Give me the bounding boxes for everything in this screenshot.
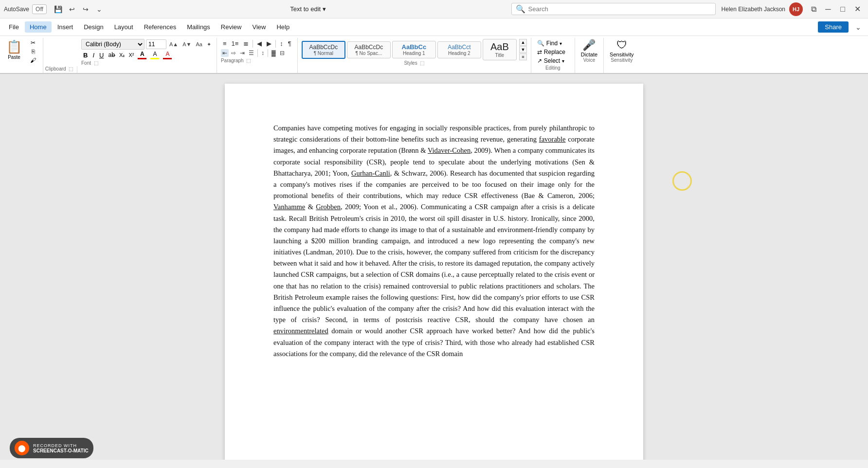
copy-button[interactable]: ⎘ (28, 48, 38, 55)
font-size-input[interactable] (146, 39, 166, 49)
style-normal-preview: AaBbCcDc (307, 44, 341, 51)
sort-button[interactable]: ↕ (278, 39, 285, 48)
dictate-button[interactable]: 🎤 Dictate (581, 39, 597, 57)
search-input[interactable] (528, 5, 711, 13)
window-monitor-button[interactable]: ⧉ (807, 2, 820, 16)
style-no-space[interactable]: AaBbCcDc ¶ No Spac... (347, 41, 391, 58)
styles-down-button[interactable]: ▼ (519, 46, 527, 53)
select-button[interactable]: ↗ Select ▾ (535, 56, 571, 65)
menu-help[interactable]: Help (271, 21, 294, 33)
clipboard-group: 📋 Paste ✂ ⎘ 🖌 (2, 38, 43, 73)
menu-bar: File Home Insert Design Layout Reference… (0, 18, 868, 36)
menu-design[interactable]: Design (79, 21, 108, 33)
window-maximize-button[interactable]: □ (836, 2, 850, 16)
italic-button[interactable]: I (90, 51, 96, 59)
show-formatting-button[interactable]: ¶ (286, 39, 293, 48)
style-normal[interactable]: AaBbCcDc ¶ Normal (302, 41, 345, 59)
line-spacing-button[interactable]: ↕ (260, 49, 266, 57)
bold-button[interactable]: B (81, 51, 90, 59)
find-button[interactable]: 🔍 Find ▾ (535, 39, 571, 48)
find-icon: 🔍 (537, 40, 544, 47)
styles-expand-button[interactable]: ≡ (519, 54, 527, 60)
clipboard-label: Clipboard ⬚ (43, 66, 77, 73)
strikethrough-button[interactable]: ab̶ (107, 51, 117, 59)
numbering-button[interactable]: 1≡ (230, 39, 241, 48)
menu-mailings[interactable]: Mailings (182, 21, 215, 33)
window-minimize-button[interactable]: ─ (821, 2, 835, 16)
paste-icon: 📋 (6, 39, 22, 54)
sensitivity-icon: 🛡 (616, 39, 627, 52)
user-section: Helen Elizabeth Jackson HJ (722, 2, 803, 16)
microphone-icon: 🎤 (582, 39, 596, 52)
document-page[interactable]: Companies have competing motives for eng… (225, 84, 643, 460)
menu-layout[interactable]: Layout (109, 21, 138, 33)
cursor-indicator (672, 171, 692, 191)
underlined-text-favorable: favorable (539, 135, 566, 143)
ribbon-collapse-button[interactable]: ⌄ (852, 21, 864, 33)
superscript-button[interactable]: X² (127, 52, 135, 58)
menu-insert[interactable]: Insert (53, 21, 78, 33)
undo-button[interactable]: ↩ (66, 3, 78, 15)
text-color-button[interactable]: A (162, 51, 173, 59)
increase-indent-button[interactable]: ▶ (265, 39, 273, 48)
editing-label: Editing (535, 65, 571, 72)
document-area[interactable]: Companies have competing motives for eng… (0, 74, 868, 460)
underline-button[interactable]: U (97, 51, 106, 59)
bullets-button[interactable]: ≡ (221, 39, 229, 48)
window-close-button[interactable]: ✕ (850, 2, 864, 16)
menu-references[interactable]: References (139, 21, 181, 33)
styles-group: AaBbCcDc ¶ Normal AaBbCcDc ¶ No Spac... … (298, 38, 531, 73)
font-group: Calibri (Body) A▲ A▼ Aa ✦ B I U ab̶ X₂ X… (77, 38, 217, 73)
paste-label: Paste (8, 54, 20, 60)
styles-row: AaBbCcDc ¶ Normal AaBbCcDc ¶ No Spac... … (302, 39, 527, 60)
subscript-button[interactable]: X₂ (118, 52, 126, 59)
replace-label: Replace (544, 49, 565, 55)
menu-view[interactable]: View (247, 21, 271, 33)
paragraph-label: Paragraph ⬚ (221, 58, 293, 65)
autosave-toggle[interactable]: Off (32, 4, 47, 14)
font-color-button[interactable]: A (136, 51, 148, 59)
share-button[interactable]: Share (818, 21, 849, 33)
style-heading1[interactable]: AaBbCc Heading 1 (392, 41, 436, 58)
dictate-label: Dictate (581, 52, 597, 57)
save-button[interactable]: 💾 (53, 3, 64, 15)
menu-file[interactable]: File (4, 21, 24, 33)
redo-button[interactable]: ↪ (80, 3, 91, 15)
borders-button[interactable]: ⊟ (278, 49, 286, 57)
search-icon: 🔍 (516, 4, 525, 14)
font-case-button[interactable]: Aa (194, 41, 203, 48)
align-center-button[interactable]: ⇨ (230, 49, 237, 57)
editing-group: 🔍 Find ▾ ⇄ Replace ↗ Select ▾ Editing (531, 38, 575, 73)
align-left-button[interactable]: ⇤ (221, 49, 229, 57)
sensitivity-button[interactable]: 🛡 Sensitivity (610, 39, 634, 57)
body-paragraph: Companies have competing motives for eng… (273, 123, 595, 360)
styles-up-button[interactable]: ▲ (519, 39, 527, 46)
customize-button[interactable]: ⌄ (93, 3, 105, 15)
style-heading2[interactable]: AaBbCct Heading 2 (437, 41, 481, 58)
watermark: ⬤ RECORDED WITH SCREENCAST-O-MATIC (10, 438, 93, 458)
font-grow-button[interactable]: A▲ (168, 41, 180, 48)
multilevel-list-button[interactable]: ≣ (241, 39, 251, 48)
style-title[interactable]: AaB Title (483, 39, 517, 60)
format-painter-button[interactable]: 🖌 (28, 56, 38, 64)
shading-button[interactable]: ▓ (270, 49, 277, 57)
menu-home[interactable]: Home (25, 21, 52, 33)
replace-button[interactable]: ⇄ Replace (535, 48, 571, 56)
menu-review[interactable]: Review (216, 21, 247, 33)
ribbon: 📋 Paste ✂ ⎘ 🖌 Clipboard ⬚ Calibri (Body)… (0, 36, 868, 74)
title-dropdown-arrow[interactable]: ▾ (323, 5, 326, 13)
cut-button[interactable]: ✂ (28, 39, 38, 47)
highlight-color-button[interactable]: A (149, 51, 161, 59)
justify-button[interactable]: ☰ (247, 49, 255, 57)
font-family-select[interactable]: Calibri (Body) (81, 39, 145, 50)
font-row2: B I U ab̶ X₂ X² A A A (81, 51, 213, 59)
paste-button[interactable]: 📋 Paste (2, 38, 26, 73)
align-right-button[interactable]: ⇥ (238, 49, 246, 57)
voice-label: Voice (583, 57, 595, 64)
decrease-indent-button[interactable]: ◀ (255, 39, 264, 48)
font-shrink-button[interactable]: A▼ (181, 41, 193, 48)
search-bar[interactable]: 🔍 (511, 3, 716, 15)
style-heading2-label: Heading 2 (442, 51, 477, 56)
clear-formatting-button[interactable]: ✦ (205, 41, 213, 48)
document-body[interactable]: Companies have competing motives for eng… (273, 123, 595, 360)
